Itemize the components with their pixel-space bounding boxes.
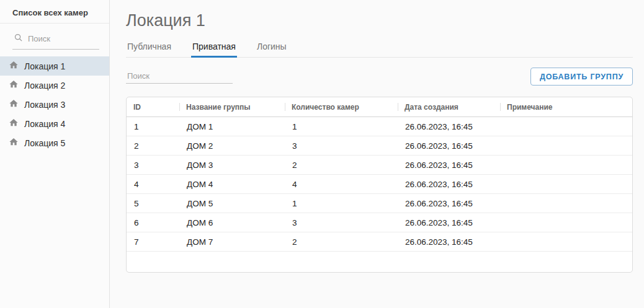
sidebar-item-label: Локация 5 <box>24 138 65 148</box>
column-header-label: Примечание <box>507 103 553 112</box>
table-row[interactable]: 7ДОМ 7226.06.2023, 16:45 <box>127 232 632 252</box>
cell-id: 1 <box>127 122 179 131</box>
column-header-label: Название группы <box>186 103 251 112</box>
cell-created: 26.06.2023, 16:45 <box>398 141 500 151</box>
cell-created: 26.06.2023, 16:45 <box>398 161 500 170</box>
column-header: Примечание <box>500 97 632 117</box>
cell-id: 5 <box>127 199 179 208</box>
column-divider <box>398 103 398 111</box>
column-header-label: ID <box>133 103 141 112</box>
home-icon <box>9 137 19 149</box>
table-row[interactable]: 6ДОМ 6326.06.2023, 16:45 <box>127 213 632 232</box>
location-list: Локация 1Локация 2Локация 3Локация 4Лока… <box>0 56 109 152</box>
cell-name: ДОМ 5 <box>179 199 285 208</box>
cell-created: 26.06.2023, 16:45 <box>398 199 500 208</box>
table-body: 1ДОМ 1126.06.2023, 16:452ДОМ 2326.06.202… <box>127 117 632 252</box>
column-header-label: Количество камер <box>292 103 359 112</box>
sidebar-title: Список всех камер <box>0 0 109 24</box>
cell-name: ДОМ 6 <box>179 218 285 227</box>
column-header: Количество камер <box>285 97 398 117</box>
table-row[interactable]: 1ДОМ 1126.06.2023, 16:45 <box>127 117 632 136</box>
sidebar-item-location-2[interactable]: Локация 2 <box>0 76 109 95</box>
column-header: Название группы <box>179 97 285 117</box>
search-icon <box>14 33 23 45</box>
sidebar-item-label: Локация 3 <box>24 100 65 110</box>
column-divider <box>179 103 180 111</box>
cell-created: 26.06.2023, 16:45 <box>398 237 500 247</box>
cell-id: 3 <box>127 161 179 170</box>
tab-bar: ПубличнаяПриватнаяЛогины <box>126 38 633 58</box>
cell-cameras: 4 <box>285 180 398 189</box>
sidebar-item-label: Локация 1 <box>24 61 65 71</box>
tab-logins[interactable]: Логины <box>256 38 288 57</box>
cell-cameras: 3 <box>285 218 398 227</box>
home-icon <box>9 79 19 91</box>
cell-name: ДОМ 3 <box>179 161 285 170</box>
sidebar-item-location-1[interactable]: Локация 1 <box>0 56 109 76</box>
sidebar-item-location-4[interactable]: Локация 4 <box>0 114 109 133</box>
table-row[interactable]: 4ДОМ 4426.06.2023, 16:45 <box>127 175 632 194</box>
cell-id: 6 <box>127 218 179 227</box>
add-group-button[interactable]: ДОБАВИТЬ ГРУППУ <box>530 68 633 86</box>
cell-id: 2 <box>127 141 179 151</box>
column-header-label: Дата создания <box>405 103 458 112</box>
toolbar: ДОБАВИТЬ ГРУППУ <box>126 68 633 86</box>
column-header: Дата создания <box>398 97 500 117</box>
column-header: ID <box>127 97 179 117</box>
table-row[interactable]: 3ДОМ 3226.06.2023, 16:45 <box>127 156 632 175</box>
cell-id: 7 <box>127 237 179 247</box>
cell-created: 26.06.2023, 16:45 <box>398 180 500 189</box>
cell-id: 4 <box>127 180 179 189</box>
cell-cameras: 3 <box>285 141 398 151</box>
cell-created: 26.06.2023, 16:45 <box>398 122 500 131</box>
sidebar-item-location-3[interactable]: Локация 3 <box>0 95 109 114</box>
sidebar-item-label: Локация 2 <box>24 81 65 90</box>
home-icon <box>9 118 19 130</box>
sidebar-search <box>12 32 99 50</box>
sidebar-search-input[interactable] <box>28 34 98 43</box>
cell-cameras: 1 <box>285 122 398 131</box>
cell-name: ДОМ 4 <box>179 180 285 189</box>
cell-name: ДОМ 1 <box>179 122 285 131</box>
table-row[interactable]: 2ДОМ 2326.06.2023, 16:45 <box>127 136 632 156</box>
group-search-input[interactable] <box>126 69 233 84</box>
table-footer-empty <box>127 252 632 272</box>
main-content: Локация 1 ПубличнаяПриватнаяЛогины ДОБАВ… <box>110 11 644 273</box>
home-icon <box>9 60 19 72</box>
tab-private[interactable]: Приватная <box>191 38 237 57</box>
table-row[interactable]: 5ДОМ 5126.06.2023, 16:45 <box>127 194 632 213</box>
camera-sidebar: Список всех камер Локация 1Локация 2Лока… <box>0 0 110 308</box>
cell-cameras: 2 <box>285 237 398 247</box>
cell-cameras: 1 <box>285 199 398 208</box>
sidebar-item-location-5[interactable]: Локация 5 <box>0 133 109 152</box>
column-divider <box>500 103 501 111</box>
cell-name: ДОМ 2 <box>179 141 285 151</box>
sidebar-item-label: Локация 4 <box>24 119 65 129</box>
column-divider <box>285 103 285 111</box>
page-title: Локация 1 <box>126 11 633 30</box>
cell-name: ДОМ 7 <box>179 237 285 247</box>
cell-cameras: 2 <box>285 161 398 170</box>
groups-table: IDНазвание группыКоличество камерДата со… <box>126 97 633 273</box>
tab-public[interactable]: Публичная <box>126 38 172 57</box>
home-icon <box>9 99 19 110</box>
cell-created: 26.06.2023, 16:45 <box>398 218 500 227</box>
table-header-row: IDНазвание группыКоличество камерДата со… <box>127 97 632 117</box>
